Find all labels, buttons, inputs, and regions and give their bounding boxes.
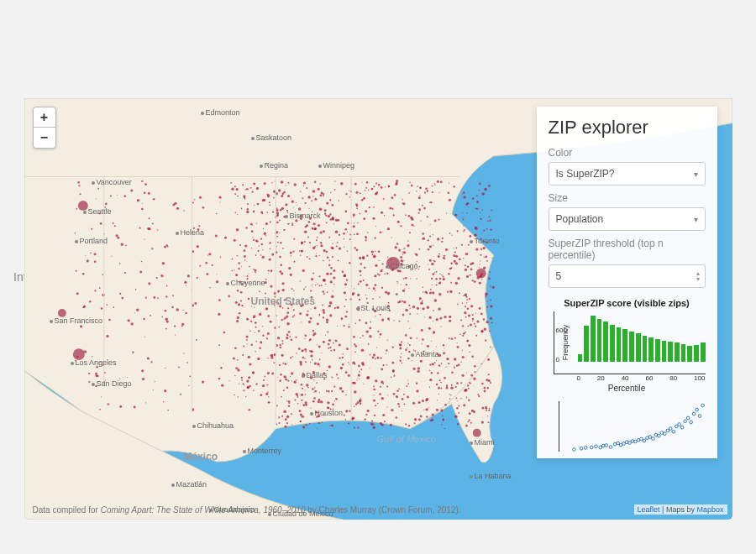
svg-point-88 xyxy=(365,321,367,324)
svg-point-1244 xyxy=(360,368,362,370)
city-toronto: Toronto xyxy=(470,237,500,245)
svg-point-758 xyxy=(303,241,305,243)
mapbox-link[interactable]: Mapbox xyxy=(696,505,723,514)
svg-point-1338 xyxy=(456,230,458,232)
svg-point-176 xyxy=(480,212,480,213)
svg-point-879 xyxy=(404,334,407,337)
svg-point-650 xyxy=(75,270,76,272)
svg-point-1248 xyxy=(437,372,438,374)
svg-point-690 xyxy=(438,387,440,389)
svg-point-1145 xyxy=(354,343,355,345)
svg-point-506 xyxy=(395,416,397,419)
svg-point-1047 xyxy=(426,292,428,294)
svg-point-1014 xyxy=(375,379,377,382)
svg-point-1415 xyxy=(376,357,379,359)
svg-point-488 xyxy=(390,376,391,378)
svg-point-1485 xyxy=(397,283,398,284)
threshold-stepper[interactable]: 5▴▾ xyxy=(549,264,706,288)
svg-point-820 xyxy=(436,400,437,400)
svg-point-907 xyxy=(439,181,442,184)
svg-point-1154 xyxy=(280,270,281,272)
svg-point-352 xyxy=(281,319,282,321)
svg-point-347 xyxy=(281,272,283,274)
svg-point-1180 xyxy=(182,310,183,311)
svg-point-659 xyxy=(464,293,466,295)
svg-point-1033 xyxy=(281,343,283,345)
svg-point-516 xyxy=(333,349,334,351)
svg-point-844 xyxy=(407,383,409,384)
svg-point-1029 xyxy=(445,367,446,368)
svg-point-247 xyxy=(236,359,238,361)
svg-point-1555 xyxy=(365,414,367,416)
histogram-xlabel: Percentile xyxy=(549,384,706,393)
svg-point-816 xyxy=(308,340,310,342)
color-select[interactable]: Is SuperZIP? xyxy=(549,162,706,186)
svg-point-1550 xyxy=(382,383,384,384)
svg-point-1405 xyxy=(419,196,420,196)
svg-point-679 xyxy=(450,395,451,395)
svg-point-1548 xyxy=(391,208,393,210)
svg-point-418 xyxy=(234,375,235,376)
svg-point-916 xyxy=(358,400,360,403)
svg-point-1055 xyxy=(399,360,401,362)
svg-point-261 xyxy=(295,337,297,338)
svg-point-1434 xyxy=(475,326,476,327)
svg-point-1317 xyxy=(455,397,457,399)
svg-point-692 xyxy=(243,384,244,385)
svg-point-1332 xyxy=(160,274,163,277)
svg-point-697 xyxy=(276,215,277,217)
svg-point-1584 xyxy=(421,205,423,206)
svg-point-1526 xyxy=(294,400,296,401)
size-select[interactable]: Population xyxy=(549,207,706,231)
svg-point-606 xyxy=(280,264,282,267)
svg-point-368 xyxy=(108,319,111,321)
svg-point-1046 xyxy=(459,334,461,336)
svg-point-200 xyxy=(264,293,265,295)
svg-point-462 xyxy=(306,256,307,258)
zoom-out-button[interactable]: − xyxy=(34,128,55,148)
svg-point-848 xyxy=(362,335,364,337)
zoom-in-button[interactable]: + xyxy=(34,107,55,128)
leaflet-link[interactable]: Leaflet xyxy=(638,505,660,514)
svg-point-1633 xyxy=(675,425,678,428)
svg-point-657 xyxy=(313,397,316,400)
svg-point-281 xyxy=(318,392,319,393)
svg-point-1629 xyxy=(663,432,666,436)
svg-point-1505 xyxy=(254,321,256,323)
svg-point-1194 xyxy=(435,318,438,321)
svg-point-1474 xyxy=(329,199,331,201)
svg-point-295 xyxy=(196,278,197,280)
svg-point-913 xyxy=(349,238,350,240)
svg-point-494 xyxy=(165,318,168,321)
svg-point-831 xyxy=(265,393,268,395)
svg-point-547 xyxy=(381,424,383,426)
svg-point-243 xyxy=(489,347,491,348)
svg-point-193 xyxy=(211,264,213,266)
svg-point-1632 xyxy=(671,430,675,433)
svg-point-278 xyxy=(148,217,150,219)
city-lahabana: La Habana xyxy=(470,472,512,480)
stepper-arrows-icon[interactable]: ▴▾ xyxy=(696,270,700,282)
svg-point-21 xyxy=(303,231,307,234)
svg-point-1516 xyxy=(372,400,375,402)
svg-point-14 xyxy=(276,405,277,407)
svg-point-1445 xyxy=(252,237,253,238)
svg-point-967 xyxy=(408,232,410,233)
svg-point-1193 xyxy=(416,337,417,339)
svg-point-490 xyxy=(258,290,259,291)
svg-point-613 xyxy=(470,422,471,424)
svg-point-895 xyxy=(196,245,198,248)
svg-point-189 xyxy=(141,378,144,380)
svg-point-1281 xyxy=(301,243,302,244)
svg-point-854 xyxy=(235,228,239,231)
svg-point-509 xyxy=(327,390,328,392)
svg-point-518 xyxy=(86,259,88,262)
svg-point-580 xyxy=(354,351,356,353)
svg-point-608 xyxy=(156,229,157,230)
svg-point-1069 xyxy=(238,268,240,269)
svg-point-204 xyxy=(88,381,90,383)
svg-point-416 xyxy=(304,338,305,339)
svg-point-1356 xyxy=(439,317,442,320)
city-losangeles: Los Angeles xyxy=(71,358,117,367)
svg-point-1089 xyxy=(323,260,324,262)
